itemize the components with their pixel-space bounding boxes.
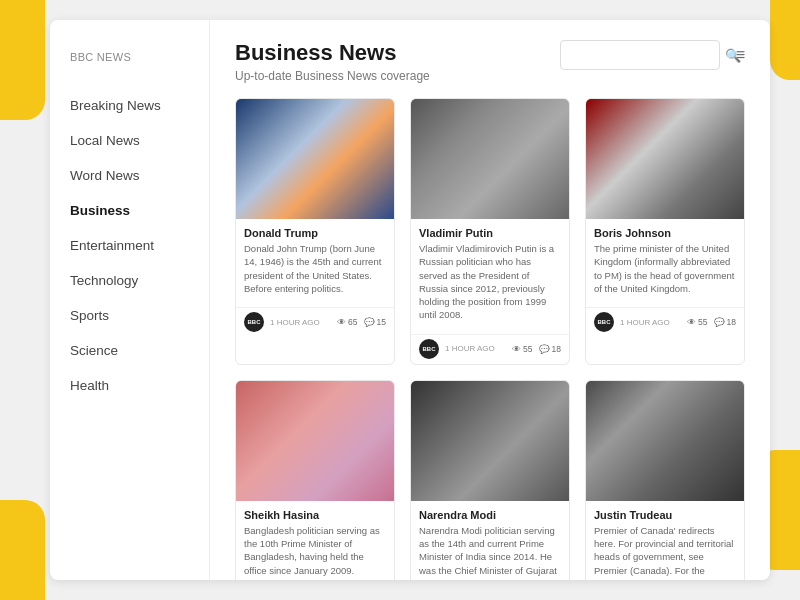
card-stats-putin: 👁 55 💬 18	[512, 344, 561, 354]
nav-items-container: Breaking NewsLocal NewsWord NewsBusiness…	[50, 88, 209, 403]
card-time-boris: 1 HOUR AGO	[620, 318, 681, 327]
card-image-boris	[586, 99, 744, 219]
comments-count-boris: 18	[727, 317, 736, 327]
content-title-area: Business News Up-to-date Business News c…	[235, 40, 430, 83]
search-bar[interactable]: 🔍	[560, 40, 720, 70]
card-desc-bangladesh: Bangladesh politician serving as the 10t…	[244, 524, 386, 577]
comment-icon-putin: 💬	[539, 344, 550, 354]
views-stat-putin: 👁 55	[512, 344, 532, 354]
sidebar-item-breaking-news[interactable]: Breaking News	[50, 88, 209, 123]
views-count-boris: 55	[698, 317, 707, 327]
card-desc-boris: The prime minister of the United Kingdom…	[594, 242, 736, 295]
bbc-badge-boris: BBC	[594, 312, 614, 332]
bbc-badge-trump: BBC	[244, 312, 264, 332]
sidebar-item-health[interactable]: Health	[50, 368, 209, 403]
card-name-boris: Boris Johnson	[594, 227, 736, 239]
main-container: BBC NEWS Breaking NewsLocal NewsWord New…	[50, 20, 770, 580]
card-name-modi: Narendra Modi	[419, 509, 561, 521]
menu-icon[interactable]: ≡	[736, 46, 745, 64]
card-image-putin	[411, 99, 569, 219]
card-body-bangladesh: Sheikh Hasina Bangladesh politician serv…	[236, 501, 394, 580]
comments-stat-putin: 💬 18	[539, 344, 561, 354]
card-name-trudeau: Justin Trudeau	[594, 509, 736, 521]
logo-text: BBC NEWS	[70, 51, 189, 63]
card-bangladesh[interactable]: Sheikh Hasina Bangladesh politician serv…	[235, 380, 395, 580]
comment-icon-boris: 💬	[714, 317, 725, 327]
card-boris[interactable]: Boris Johnson The prime minister of the …	[585, 98, 745, 365]
card-name-trump: Donald Trump	[244, 227, 386, 239]
card-putin[interactable]: Vladimir Putin Vladimir Vladimirovich Pu…	[410, 98, 570, 365]
comments-count-trump: 15	[377, 317, 386, 327]
card-body-putin: Vladimir Putin Vladimir Vladimirovich Pu…	[411, 219, 569, 334]
card-footer-trump: BBC 1 HOUR AGO 👁 65 💬 15	[236, 307, 394, 337]
views-count-putin: 55	[523, 344, 532, 354]
sidebar: BBC NEWS Breaking NewsLocal NewsWord New…	[50, 20, 210, 580]
card-desc-trump: Donald John Trump (born June 14, 1946) i…	[244, 242, 386, 295]
corner-decoration-top-right	[770, 0, 800, 80]
card-desc-trudeau: Premier of Canada' redirects here. For p…	[594, 524, 736, 580]
eye-icon-boris: 👁	[687, 317, 696, 327]
main-content: Business News Up-to-date Business News c…	[210, 20, 770, 580]
card-image-modi	[411, 381, 569, 501]
corner-decoration-top-left	[0, 0, 45, 120]
sidebar-item-entertainment[interactable]: Entertainment	[50, 228, 209, 263]
sidebar-item-science[interactable]: Science	[50, 333, 209, 368]
card-body-trump: Donald Trump Donald John Trump (born Jun…	[236, 219, 394, 307]
corner-decoration-bottom-left	[0, 500, 45, 600]
card-time-putin: 1 HOUR AGO	[445, 344, 506, 353]
sidebar-item-business[interactable]: Business	[50, 193, 209, 228]
views-count-trump: 65	[348, 317, 357, 327]
card-modi[interactable]: Narendra Modi Narendra Modi politician s…	[410, 380, 570, 580]
card-trudeau[interactable]: Justin Trudeau Premier of Canada' redire…	[585, 380, 745, 580]
views-stat-boris: 👁 55	[687, 317, 707, 327]
card-body-modi: Narendra Modi Narendra Modi politician s…	[411, 501, 569, 580]
card-footer-boris: BBC 1 HOUR AGO 👁 55 💬 18	[586, 307, 744, 337]
search-input[interactable]	[569, 48, 719, 62]
comments-count-putin: 18	[552, 344, 561, 354]
card-image-trump	[236, 99, 394, 219]
header-right: 🔍 ≡	[560, 40, 745, 70]
card-trump[interactable]: Donald Trump Donald John Trump (born Jun…	[235, 98, 395, 365]
page-subtitle: Up-to-date Business News coverage	[235, 69, 430, 83]
page-title: Business News	[235, 40, 430, 66]
sidebar-item-local-news[interactable]: Local News	[50, 123, 209, 158]
sidebar-item-sports[interactable]: Sports	[50, 298, 209, 333]
sidebar-item-word-news[interactable]: Word News	[50, 158, 209, 193]
views-stat-trump: 👁 65	[337, 317, 357, 327]
comments-stat-trump: 💬 15	[364, 317, 386, 327]
card-stats-boris: 👁 55 💬 18	[687, 317, 736, 327]
card-time-trump: 1 HOUR AGO	[270, 318, 331, 327]
card-image-trudeau	[586, 381, 744, 501]
card-body-trudeau: Justin Trudeau Premier of Canada' redire…	[586, 501, 744, 580]
card-body-boris: Boris Johnson The prime minister of the …	[586, 219, 744, 307]
sidebar-logo: BBC NEWS	[50, 40, 209, 88]
card-footer-putin: BBC 1 HOUR AGO 👁 55 💬 18	[411, 334, 569, 364]
cards-grid: Donald Trump Donald John Trump (born Jun…	[235, 98, 745, 580]
eye-icon-trump: 👁	[337, 317, 346, 327]
comments-stat-boris: 💬 18	[714, 317, 736, 327]
card-desc-modi: Narendra Modi politician serving as the …	[419, 524, 561, 580]
card-image-bangladesh	[236, 381, 394, 501]
eye-icon-putin: 👁	[512, 344, 521, 354]
content-header: Business News Up-to-date Business News c…	[235, 40, 745, 83]
card-stats-trump: 👁 65 💬 15	[337, 317, 386, 327]
card-name-putin: Vladimir Putin	[419, 227, 561, 239]
card-desc-putin: Vladimir Vladimirovich Putin is a Russia…	[419, 242, 561, 322]
bbc-badge-putin: BBC	[419, 339, 439, 359]
card-name-bangladesh: Sheikh Hasina	[244, 509, 386, 521]
comment-icon-trump: 💬	[364, 317, 375, 327]
sidebar-item-technology[interactable]: Technology	[50, 263, 209, 298]
